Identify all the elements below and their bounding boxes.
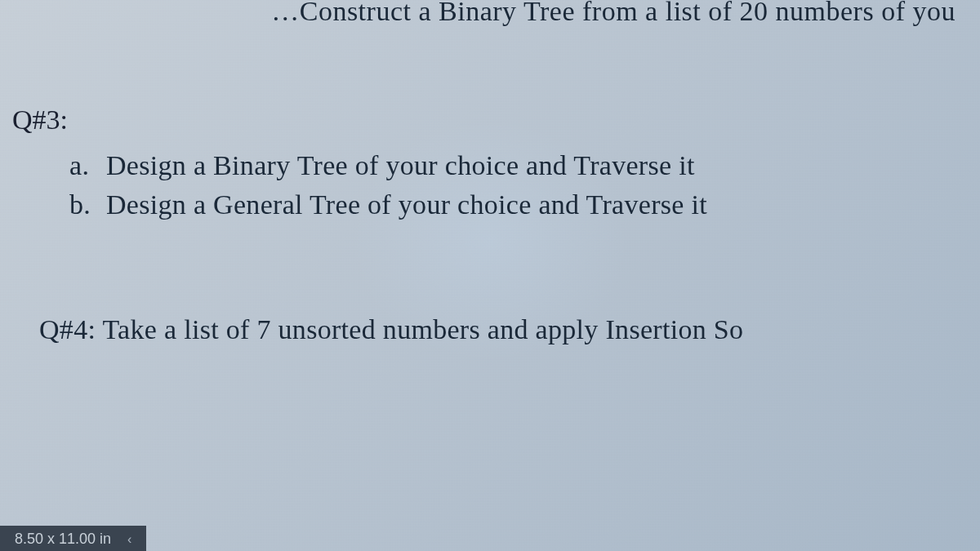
list-marker-b: b. — [69, 189, 106, 220]
chevron-left-icon[interactable]: ‹ — [127, 532, 131, 547]
status-bar: 8.50 x 11.00 in ‹ — [0, 526, 146, 551]
q3-item-a: a.Design a Binary Tree of your choice an… — [69, 150, 956, 181]
document-content: …Construct a Binary Tree from a list of … — [0, 0, 980, 345]
q3-item-b-text: Design a General Tree of your choice and… — [106, 189, 707, 220]
q3-heading: Q#3: — [12, 104, 956, 136]
page-dimensions: 8.50 x 11.00 in — [15, 531, 111, 548]
question-4-text: Q#4: Take a list of 7 unsorted numbers a… — [39, 314, 956, 345]
q3-item-b: b.Design a General Tree of your choice a… — [69, 189, 956, 220]
question-3-block: Q#3: a.Design a Binary Tree of your choi… — [24, 104, 956, 220]
list-marker-a: a. — [69, 150, 106, 181]
q2-fragment-text: …Construct a Binary Tree from a list of … — [24, 0, 956, 27]
q3-item-a-text: Design a Binary Tree of your choice and … — [106, 150, 695, 180]
